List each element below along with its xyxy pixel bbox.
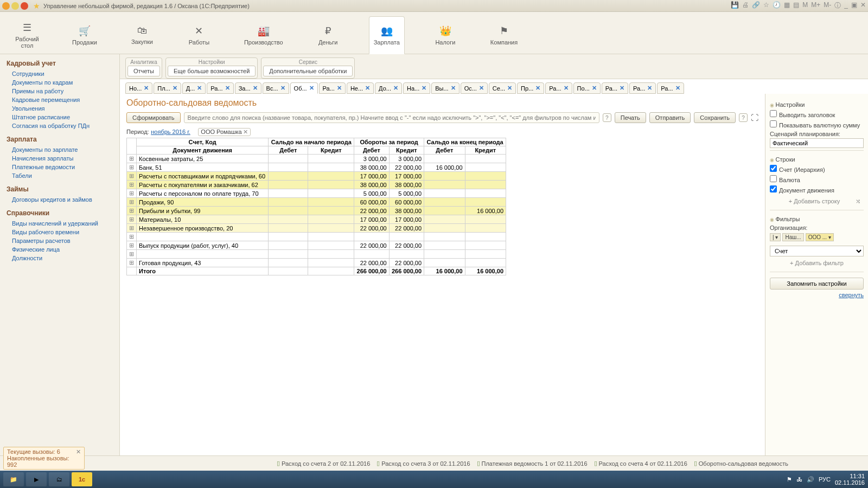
print-icon[interactable]: 🖨 xyxy=(742,1,749,10)
expand-icon[interactable]: ⊞ xyxy=(127,181,137,189)
statusbar-item[interactable]: ▯Расход со счета 2 от 02.11.2016 xyxy=(277,460,370,467)
reports-button[interactable]: Отчеты xyxy=(127,66,160,76)
window-btn-2[interactable] xyxy=(11,2,19,10)
statusbar-item[interactable]: ▯Оборотно-сальдовая ведомость xyxy=(694,460,788,467)
expand-icon[interactable]: ⊞ xyxy=(127,233,137,241)
doc-tab[interactable]: Пл...✕ xyxy=(154,82,181,94)
doc-tab[interactable]: Ос...✕ xyxy=(461,82,488,94)
tab-close-icon[interactable]: ✕ xyxy=(451,85,456,92)
tab-close-icon[interactable]: ✕ xyxy=(225,85,230,92)
currency-check[interactable] xyxy=(770,175,777,182)
tab-close-icon[interactable]: ✕ xyxy=(309,85,314,92)
maximize-icon[interactable]: ▣ xyxy=(851,1,857,10)
main-tab[interactable]: ₽Деньги xyxy=(312,16,344,54)
tray-sound-icon[interactable]: 🔊 xyxy=(807,476,814,483)
close-icon[interactable]: ✕ xyxy=(860,1,866,10)
task-explorer[interactable]: 📁 xyxy=(3,472,24,486)
m-icon[interactable]: M xyxy=(802,1,808,10)
sidebar-item[interactable]: Табели xyxy=(7,171,113,180)
search-input[interactable] xyxy=(184,112,599,123)
tab-close-icon[interactable]: ✕ xyxy=(393,85,398,92)
doc-tab[interactable]: Ра...✕ xyxy=(602,82,628,94)
filters-header[interactable]: Фильтры xyxy=(770,215,864,223)
more-options-button[interactable]: Еще больше возможностей xyxy=(168,66,256,76)
expand-icon[interactable]: ⊞ xyxy=(127,215,137,224)
add-filter-button[interactable]: + Добавить фильтр xyxy=(770,256,864,269)
doc-tab[interactable]: Об...✕ xyxy=(290,82,318,94)
doc-tab[interactable]: Се...✕ xyxy=(489,82,516,94)
main-tab[interactable]: 👥Зарплата xyxy=(369,16,405,54)
docmove-check[interactable] xyxy=(770,185,777,192)
tab-close-icon[interactable]: ✕ xyxy=(365,85,370,92)
statusbar-item[interactable]: ▯Расход со счета 3 от 02.11.2016 xyxy=(376,460,470,467)
fav-icon[interactable]: ☆ xyxy=(763,1,769,10)
doc-tab[interactable]: Не...✕ xyxy=(347,82,374,94)
tab-close-icon[interactable]: ✕ xyxy=(253,85,258,92)
rows-header[interactable]: Строки xyxy=(770,155,864,164)
expand-icon[interactable]: ⊞ xyxy=(127,155,137,163)
org-chip[interactable]: ООО Ромашка✕ xyxy=(198,128,250,136)
shuffle-icon[interactable]: ⤭ xyxy=(856,198,860,205)
collapse-link[interactable]: свернуть xyxy=(770,292,864,298)
save-button[interactable]: Сохранить xyxy=(694,112,736,123)
doc-tab[interactable]: Д...✕ xyxy=(182,82,206,94)
window-btn-3[interactable] xyxy=(21,2,28,10)
tab-close-icon[interactable]: ✕ xyxy=(422,85,426,92)
expand-icon[interactable]: ⊞ xyxy=(127,241,137,250)
task-folder[interactable]: 🗂 xyxy=(49,472,69,486)
doc-tab[interactable]: За...✕ xyxy=(235,82,261,94)
account-check[interactable] xyxy=(770,165,777,172)
doc-tab[interactable]: Ра...✕ xyxy=(657,82,684,94)
calls-close-icon[interactable]: ✕ xyxy=(76,448,81,455)
sidebar-item[interactable]: Увольнения xyxy=(7,104,113,113)
tab-close-icon[interactable]: ✕ xyxy=(592,85,597,92)
tray-lang[interactable]: РУС xyxy=(819,476,831,483)
expand-icon[interactable]: ⛶ xyxy=(751,113,758,122)
tray-net-icon[interactable]: 🖧 xyxy=(796,476,802,483)
account-select[interactable]: Счет xyxy=(770,246,864,256)
statusbar-item[interactable]: ▯Расход со счета 4 от 02.11.2016 xyxy=(594,460,687,467)
tab-close-icon[interactable]: ✕ xyxy=(647,85,652,92)
doc-tab[interactable]: Ра...✕ xyxy=(319,82,346,94)
print-button[interactable]: Печать xyxy=(615,112,646,123)
sidebar-item[interactable]: Платежные ведомости xyxy=(7,163,113,171)
sidebar-item[interactable]: Должности xyxy=(7,254,113,262)
doc-tab[interactable]: До...✕ xyxy=(375,82,402,94)
expand-icon[interactable]: ⊞ xyxy=(127,189,137,198)
doc-tab[interactable]: Ра...✕ xyxy=(207,82,233,94)
doc-tab[interactable]: По...✕ xyxy=(573,82,601,94)
doc-tab[interactable]: Ра...✕ xyxy=(545,82,572,94)
expand-icon[interactable]: ⊞ xyxy=(127,250,137,259)
tab-close-icon[interactable]: ✕ xyxy=(620,85,624,92)
sidebar-item[interactable]: Физические лица xyxy=(7,245,113,254)
main-tab[interactable]: 🛒Продажи xyxy=(68,16,101,54)
main-tab[interactable]: 🛍Закупки xyxy=(126,16,158,54)
tray-flag-icon[interactable]: ⚑ xyxy=(787,476,792,483)
main-tab[interactable]: ⚑Компания xyxy=(486,16,522,54)
filter-chip[interactable]: | ▾ xyxy=(770,233,781,241)
doc-tab[interactable]: Ра...✕ xyxy=(629,82,656,94)
tab-close-icon[interactable]: ✕ xyxy=(564,85,569,92)
settings-header[interactable]: Настройки xyxy=(770,100,864,109)
sidebar-item[interactable]: Виды рабочего времени xyxy=(7,228,113,236)
mminus-icon[interactable]: M- xyxy=(824,1,831,10)
doc-tab[interactable]: На...✕ xyxy=(403,82,430,94)
sidebar-item[interactable]: Параметры расчетов xyxy=(7,236,113,245)
tab-close-icon[interactable]: ✕ xyxy=(507,85,512,92)
sidebar-item[interactable]: Документы по кадрам xyxy=(7,78,113,87)
main-tab[interactable]: ✕Работы xyxy=(183,16,215,54)
sidebar-item[interactable]: Согласия на обработку ПДн xyxy=(7,121,113,130)
sidebar-item[interactable]: Договоры кредитов и займов xyxy=(7,195,113,204)
sidebar-item[interactable]: Приемы на работу xyxy=(7,87,113,95)
tab-close-icon[interactable]: ✕ xyxy=(197,85,202,92)
doc-tab[interactable]: Пр...✕ xyxy=(517,82,544,94)
addons-button[interactable]: Дополнительные обработки xyxy=(263,66,353,76)
tab-close-icon[interactable]: ✕ xyxy=(337,85,342,92)
expand-icon[interactable]: ⊞ xyxy=(127,163,137,172)
expand-icon[interactable]: ⊞ xyxy=(127,259,137,267)
sidebar-item[interactable]: Сотрудники xyxy=(7,69,113,78)
tray-clock[interactable]: 11:31 02.11.2016 xyxy=(835,473,865,486)
tab-close-icon[interactable]: ✕ xyxy=(144,85,149,92)
mplus-icon[interactable]: M+ xyxy=(811,1,820,10)
star-icon[interactable]: ★ xyxy=(33,2,40,10)
